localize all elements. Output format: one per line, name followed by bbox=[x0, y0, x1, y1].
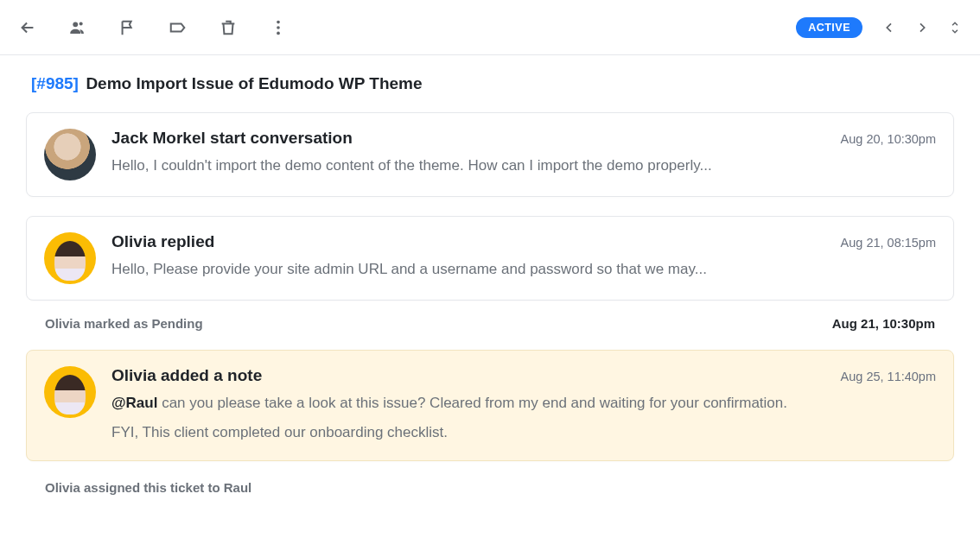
avatar bbox=[44, 232, 96, 284]
ticket-content: [#985] Demo Import Issue of Edumodo WP T… bbox=[0, 55, 980, 495]
message-time: Aug 21, 08:15pm bbox=[841, 236, 936, 250]
mention[interactable]: @Raul bbox=[111, 395, 157, 411]
note-line1: can you please take a look at this issue… bbox=[157, 395, 787, 411]
people-icon-button[interactable] bbox=[67, 17, 88, 38]
note-author: Olivia added a note bbox=[111, 366, 262, 385]
message-author: Jack Morkel start conversation bbox=[111, 129, 353, 148]
toolbar-right: ACTIVE bbox=[796, 15, 963, 41]
status-row: Olivia marked as Pending Aug 21, 10:30pm bbox=[26, 316, 954, 350]
more-icon-button[interactable] bbox=[268, 17, 289, 38]
message-card[interactable]: Olivia replied Aug 21, 08:15pm Hello, Pl… bbox=[26, 216, 954, 301]
ticket-id: [#985] bbox=[31, 74, 79, 92]
message-time: Aug 20, 10:30pm bbox=[841, 132, 936, 146]
note-line2: FYI, This client completed our onboardin… bbox=[111, 421, 936, 444]
svg-point-1 bbox=[80, 22, 83, 25]
toolbar-left bbox=[17, 17, 289, 38]
message-card[interactable]: Jack Morkel start conversation Aug 20, 1… bbox=[26, 112, 954, 197]
status-pill[interactable]: ACTIVE bbox=[796, 17, 862, 38]
message-body: Hello, I couldn't import the demo conten… bbox=[111, 155, 936, 177]
status-text: Olivia marked as Pending bbox=[45, 316, 203, 331]
svg-point-2 bbox=[277, 20, 280, 23]
ticket-title: Demo Import Issue of Edumodo WP Theme bbox=[86, 74, 422, 92]
assignment-row: Olivia assigned this ticket to Raul bbox=[26, 480, 954, 495]
ticket-title-row: [#985] Demo Import Issue of Edumodo WP T… bbox=[26, 71, 954, 112]
svg-point-4 bbox=[277, 31, 280, 35]
flag-icon-button[interactable] bbox=[118, 17, 138, 38]
toolbar: ACTIVE bbox=[0, 0, 980, 55]
back-icon-button[interactable] bbox=[17, 17, 38, 38]
note-time: Aug 25, 11:40pm bbox=[841, 370, 936, 383]
note-body: @Raul can you please take a look at this… bbox=[111, 392, 936, 445]
svg-point-0 bbox=[73, 22, 78, 27]
next-icon-button[interactable] bbox=[909, 15, 935, 41]
prev-icon-button[interactable] bbox=[876, 15, 902, 41]
svg-point-3 bbox=[277, 26, 280, 29]
avatar bbox=[44, 129, 96, 180]
delete-icon-button[interactable] bbox=[218, 17, 239, 38]
note-card[interactable]: Olivia added a note Aug 25, 11:40pm @Rau… bbox=[26, 350, 954, 461]
unfold-icon-button[interactable] bbox=[947, 21, 963, 35]
label-icon-button[interactable] bbox=[168, 17, 188, 38]
avatar bbox=[44, 366, 96, 418]
status-time: Aug 21, 10:30pm bbox=[832, 316, 935, 331]
message-author: Olivia replied bbox=[111, 232, 214, 251]
message-body: Hello, Please provide your site admin UR… bbox=[111, 258, 936, 281]
